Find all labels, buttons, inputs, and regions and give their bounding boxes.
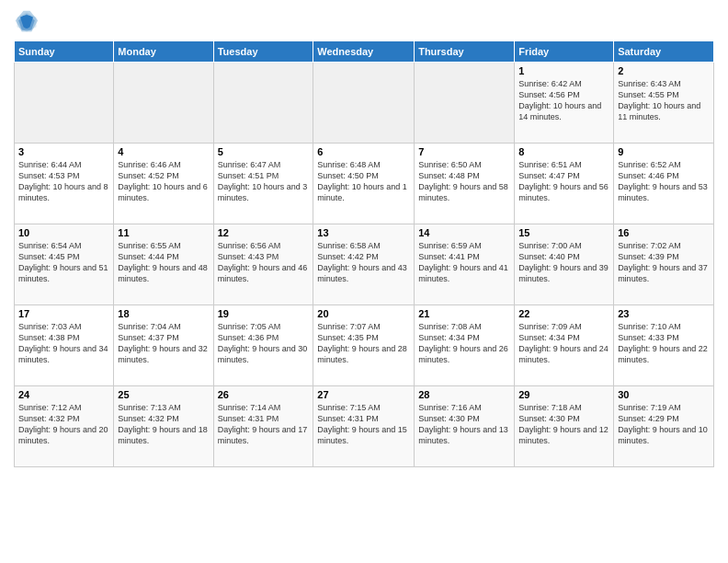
day-cell	[213, 63, 313, 144]
day-cell: 2Sunrise: 6:43 AM Sunset: 4:55 PM Daylig…	[614, 63, 714, 144]
col-header-monday: Monday	[114, 41, 213, 63]
day-info: Sunrise: 7:16 AM Sunset: 4:30 PM Dayligh…	[418, 402, 510, 447]
day-number: 23	[618, 308, 710, 319]
day-cell: 19Sunrise: 7:05 AM Sunset: 4:36 PM Dayli…	[213, 305, 313, 386]
day-cell: 10Sunrise: 6:54 AM Sunset: 4:45 PM Dayli…	[15, 224, 114, 305]
day-number: 7	[418, 146, 510, 157]
day-info: Sunrise: 7:15 AM Sunset: 4:31 PM Dayligh…	[317, 402, 410, 447]
day-number: 26	[218, 389, 310, 400]
day-cell: 30Sunrise: 7:19 AM Sunset: 4:29 PM Dayli…	[614, 386, 714, 467]
day-info: Sunrise: 7:08 AM Sunset: 4:34 PM Dayligh…	[418, 321, 510, 366]
day-number: 10	[18, 227, 109, 238]
day-cell: 14Sunrise: 6:59 AM Sunset: 4:41 PM Dayli…	[415, 224, 515, 305]
day-number: 24	[18, 389, 109, 400]
calendar: SundayMondayTuesdayWednesdayThursdayFrid…	[14, 40, 714, 467]
day-number: 21	[418, 308, 510, 319]
day-number: 25	[118, 389, 209, 400]
day-cell: 7Sunrise: 6:50 AM Sunset: 4:48 PM Daylig…	[415, 144, 515, 224]
day-info: Sunrise: 7:13 AM Sunset: 4:32 PM Dayligh…	[118, 402, 209, 447]
day-info: Sunrise: 6:52 AM Sunset: 4:46 PM Dayligh…	[618, 159, 710, 204]
day-cell: 27Sunrise: 7:15 AM Sunset: 4:31 PM Dayli…	[313, 386, 415, 467]
day-number: 8	[518, 146, 609, 157]
day-info: Sunrise: 6:47 AM Sunset: 4:51 PM Dayligh…	[218, 159, 310, 204]
day-number: 2	[618, 65, 710, 76]
logo	[14, 9, 43, 35]
day-info: Sunrise: 6:58 AM Sunset: 4:42 PM Dayligh…	[317, 240, 410, 285]
day-info: Sunrise: 7:05 AM Sunset: 4:36 PM Dayligh…	[218, 321, 310, 366]
day-number: 19	[218, 308, 310, 319]
col-header-wednesday: Wednesday	[313, 41, 415, 63]
day-number: 9	[618, 146, 710, 157]
col-header-saturday: Saturday	[614, 41, 714, 63]
day-number: 13	[317, 227, 410, 238]
day-info: Sunrise: 6:44 AM Sunset: 4:53 PM Dayligh…	[18, 159, 109, 204]
day-number: 5	[218, 146, 310, 157]
day-info: Sunrise: 7:00 AM Sunset: 4:40 PM Dayligh…	[518, 240, 609, 285]
day-cell: 8Sunrise: 6:51 AM Sunset: 4:47 PM Daylig…	[515, 144, 614, 224]
day-cell: 13Sunrise: 6:58 AM Sunset: 4:42 PM Dayli…	[313, 224, 415, 305]
day-cell	[15, 63, 114, 144]
day-cell: 24Sunrise: 7:12 AM Sunset: 4:32 PM Dayli…	[15, 386, 114, 467]
day-info: Sunrise: 7:10 AM Sunset: 4:33 PM Dayligh…	[618, 321, 710, 366]
day-cell: 28Sunrise: 7:16 AM Sunset: 4:30 PM Dayli…	[415, 386, 515, 467]
week-row-5: 24Sunrise: 7:12 AM Sunset: 4:32 PM Dayli…	[15, 386, 714, 467]
day-number: 1	[518, 65, 609, 76]
day-info: Sunrise: 7:04 AM Sunset: 4:37 PM Dayligh…	[118, 321, 209, 366]
day-number: 12	[218, 227, 310, 238]
day-info: Sunrise: 6:42 AM Sunset: 4:56 PM Dayligh…	[518, 78, 609, 123]
day-info: Sunrise: 6:48 AM Sunset: 4:50 PM Dayligh…	[317, 159, 410, 204]
day-cell: 5Sunrise: 6:47 AM Sunset: 4:51 PM Daylig…	[213, 144, 313, 224]
day-number: 18	[118, 308, 209, 319]
day-number: 6	[317, 146, 410, 157]
day-cell: 4Sunrise: 6:46 AM Sunset: 4:52 PM Daylig…	[114, 144, 213, 224]
col-header-sunday: Sunday	[15, 41, 114, 63]
day-cell: 16Sunrise: 7:02 AM Sunset: 4:39 PM Dayli…	[614, 224, 714, 305]
day-number: 3	[18, 146, 109, 157]
day-cell	[415, 63, 515, 144]
day-cell	[114, 63, 213, 144]
day-number: 4	[118, 146, 209, 157]
day-cell	[313, 63, 415, 144]
day-number: 28	[418, 389, 510, 400]
day-info: Sunrise: 7:09 AM Sunset: 4:34 PM Dayligh…	[518, 321, 609, 366]
day-info: Sunrise: 6:51 AM Sunset: 4:47 PM Dayligh…	[518, 159, 609, 204]
day-info: Sunrise: 7:19 AM Sunset: 4:29 PM Dayligh…	[618, 402, 710, 447]
day-info: Sunrise: 6:54 AM Sunset: 4:45 PM Dayligh…	[18, 240, 109, 285]
day-info: Sunrise: 6:59 AM Sunset: 4:41 PM Dayligh…	[418, 240, 510, 285]
day-info: Sunrise: 6:50 AM Sunset: 4:48 PM Dayligh…	[418, 159, 510, 204]
week-row-2: 3Sunrise: 6:44 AM Sunset: 4:53 PM Daylig…	[15, 144, 714, 224]
day-cell: 12Sunrise: 6:56 AM Sunset: 4:43 PM Dayli…	[213, 224, 313, 305]
day-cell: 6Sunrise: 6:48 AM Sunset: 4:50 PM Daylig…	[313, 144, 415, 224]
day-info: Sunrise: 6:46 AM Sunset: 4:52 PM Dayligh…	[118, 159, 209, 204]
week-row-4: 17Sunrise: 7:03 AM Sunset: 4:38 PM Dayli…	[15, 305, 714, 386]
day-cell: 23Sunrise: 7:10 AM Sunset: 4:33 PM Dayli…	[614, 305, 714, 386]
day-number: 15	[518, 227, 609, 238]
day-cell: 18Sunrise: 7:04 AM Sunset: 4:37 PM Dayli…	[114, 305, 213, 386]
day-number: 11	[118, 227, 209, 238]
day-number: 20	[317, 308, 410, 319]
day-cell: 3Sunrise: 6:44 AM Sunset: 4:53 PM Daylig…	[15, 144, 114, 224]
day-info: Sunrise: 7:02 AM Sunset: 4:39 PM Dayligh…	[618, 240, 710, 285]
day-cell: 29Sunrise: 7:18 AM Sunset: 4:30 PM Dayli…	[515, 386, 614, 467]
day-info: Sunrise: 7:18 AM Sunset: 4:30 PM Dayligh…	[518, 402, 609, 447]
day-number: 14	[418, 227, 510, 238]
day-number: 27	[317, 389, 410, 400]
day-number: 22	[518, 308, 609, 319]
day-info: Sunrise: 6:43 AM Sunset: 4:55 PM Dayligh…	[618, 78, 710, 123]
week-row-1: 1Sunrise: 6:42 AM Sunset: 4:56 PM Daylig…	[15, 63, 714, 144]
day-cell: 9Sunrise: 6:52 AM Sunset: 4:46 PM Daylig…	[614, 144, 714, 224]
day-info: Sunrise: 7:12 AM Sunset: 4:32 PM Dayligh…	[18, 402, 109, 447]
page: SundayMondayTuesdayWednesdayThursdayFrid…	[0, 0, 728, 563]
day-info: Sunrise: 6:55 AM Sunset: 4:44 PM Dayligh…	[118, 240, 209, 285]
col-header-tuesday: Tuesday	[213, 41, 313, 63]
logo-icon	[14, 9, 40, 35]
day-info: Sunrise: 7:07 AM Sunset: 4:35 PM Dayligh…	[317, 321, 410, 366]
col-header-friday: Friday	[515, 41, 614, 63]
day-cell: 15Sunrise: 7:00 AM Sunset: 4:40 PM Dayli…	[515, 224, 614, 305]
day-number: 30	[618, 389, 710, 400]
calendar-header-row: SundayMondayTuesdayWednesdayThursdayFrid…	[15, 41, 714, 63]
week-row-3: 10Sunrise: 6:54 AM Sunset: 4:45 PM Dayli…	[15, 224, 714, 305]
day-number: 17	[18, 308, 109, 319]
day-cell: 11Sunrise: 6:55 AM Sunset: 4:44 PM Dayli…	[114, 224, 213, 305]
day-cell: 26Sunrise: 7:14 AM Sunset: 4:31 PM Dayli…	[213, 386, 313, 467]
